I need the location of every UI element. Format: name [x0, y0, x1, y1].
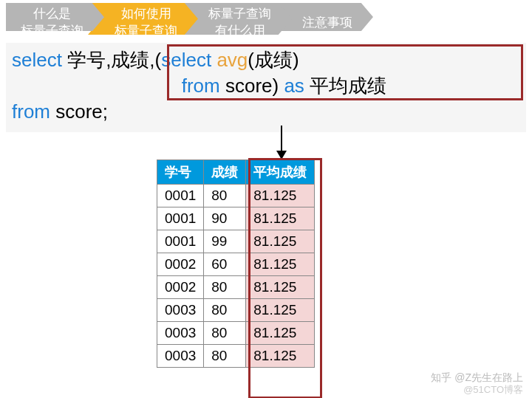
crumb-line1: 注意事项: [302, 14, 352, 31]
table-cell: 80: [204, 299, 246, 322]
table-cell: 0001: [157, 230, 204, 253]
kw-select: select: [12, 49, 62, 71]
col-header: 成绩: [204, 160, 246, 185]
breadcrumb-step-2: 标量子查询有什么用: [182, 3, 292, 41]
table-cell: 0001: [157, 207, 204, 230]
breadcrumb-nav: 什么是标量子查询如何使用标量子查询标量子查询有什么用注意事项: [0, 0, 532, 41]
subquery-highlight-box: [167, 44, 523, 100]
crumb-line2: 有什么用: [215, 22, 265, 39]
table-cell: 80: [204, 345, 246, 368]
table-cell: 99: [204, 230, 246, 253]
arrow-down-icon: [281, 126, 287, 159]
table-cell: 0003: [157, 299, 204, 322]
breadcrumb-step-1: 如何使用标量子查询: [88, 3, 198, 41]
crumb-line2: 标量子查询: [21, 22, 83, 39]
table-cell: 80: [204, 185, 246, 207]
kw-from-outer: from: [12, 100, 50, 123]
watermark-2: @51CTO博客: [463, 383, 523, 397]
crumb-line1: 标量子查询: [208, 5, 271, 22]
table-cell: 90: [204, 207, 246, 230]
breadcrumb-step-0: 什么是标量子查询: [6, 3, 104, 41]
crumb-line1: 什么是: [33, 5, 71, 22]
table-cell: 0002: [157, 276, 204, 299]
table-cell: 80: [204, 322, 246, 345]
sql-cols: 学号,成绩,(: [62, 49, 161, 71]
column-highlight-box: [248, 158, 322, 398]
table-cell: 60: [204, 253, 246, 276]
table-cell: 0003: [157, 322, 204, 345]
table-cell: 0001: [157, 185, 204, 207]
crumb-line1: 如何使用: [121, 5, 171, 22]
col-header: 学号: [157, 160, 204, 185]
table-cell: 80: [204, 276, 246, 299]
table-cell: 0003: [157, 345, 204, 368]
sql-score2: score;: [50, 100, 108, 123]
crumb-line2: 标量子查询: [115, 22, 177, 39]
table-cell: 0002: [157, 253, 204, 276]
